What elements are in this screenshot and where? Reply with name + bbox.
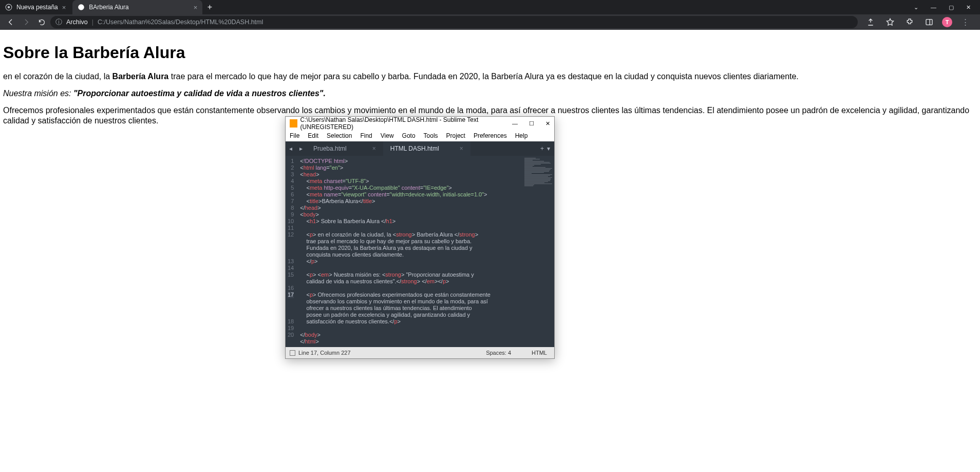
code-area[interactable]: <!DOCTYPE html> <html lang="en"> <head> … [297, 156, 522, 347]
editor-body: 1234567891011121314151617181920 <!DOCTYP… [286, 156, 554, 347]
browser-tab-new[interactable]: Nueva pestaña × [0, 0, 71, 14]
chevron-down-icon[interactable]: ⌄ [914, 4, 918, 11]
window-controls: ⌄ ― ▢ ✕ [904, 0, 980, 14]
paragraph-intro: en el corazón de la ciudad, la Barbería … [3, 71, 977, 81]
tab-title: Nueva pestaña [16, 4, 58, 11]
browser-tab-active[interactable]: BArberia Alura × [72, 0, 202, 14]
url-scheme: Archivo [66, 19, 88, 26]
tab-dropdown-icon[interactable]: ▾ [547, 145, 550, 152]
browser-nav-bar: ⓘ Archivo | C:/Users/Nathan%20Salas/Desk… [0, 14, 980, 30]
editor-tab-prueba[interactable]: Prueba.html × [306, 141, 383, 156]
menu-view[interactable]: View [381, 132, 394, 139]
editor-tab-dash[interactable]: HTML DASH.html × [383, 141, 470, 156]
sidepanel-icon[interactable] [922, 15, 936, 29]
panel-switcher-icon[interactable] [290, 350, 295, 356]
menu-selection[interactable]: Selection [327, 132, 352, 139]
restore-icon[interactable]: ▢ [949, 4, 954, 11]
menu-edit[interactable]: Edit [308, 132, 318, 139]
sublime-menubar: File Edit Selection Find View Goto Tools… [286, 130, 554, 141]
close-icon[interactable]: × [194, 4, 198, 11]
sublime-tabrow: ◂ ▸ Prueba.html × HTML DASH.html × + ▾ [286, 141, 554, 156]
menu-preferences[interactable]: Preferences [474, 132, 507, 139]
page-title: Sobre la Barbería Alura [3, 43, 977, 62]
sublime-logo-icon [290, 119, 297, 128]
new-tab-button[interactable]: + [202, 0, 217, 14]
minimize-icon[interactable]: ― [512, 120, 518, 127]
reload-button[interactable] [35, 15, 48, 29]
menu-icon[interactable]: ⋮ [958, 15, 972, 29]
status-syntax[interactable]: HTML [532, 350, 547, 356]
maximize-icon[interactable]: ☐ [529, 120, 534, 127]
menu-project[interactable]: Project [446, 132, 465, 139]
forward-button[interactable] [20, 15, 33, 29]
nav-right-icon[interactable]: ▸ [296, 141, 306, 156]
svg-rect-3 [926, 20, 932, 25]
menu-goto[interactable]: Goto [402, 132, 416, 139]
close-icon[interactable]: × [372, 145, 376, 152]
line-gutter: 1234567891011121314151617181920 [286, 156, 297, 347]
sublime-window: C:\Users\Nathan Salas\Desktop\HTML DASH.… [285, 116, 555, 359]
menu-find[interactable]: Find [360, 132, 372, 139]
sublime-statusbar: Line 17, Column 227 Spaces: 4 HTML [286, 347, 554, 358]
close-icon[interactable]: ✕ [966, 4, 971, 11]
bookmark-icon[interactable] [883, 15, 897, 29]
close-icon[interactable]: × [460, 145, 463, 152]
close-icon[interactable]: ✕ [545, 120, 550, 127]
page-icon [78, 4, 85, 11]
divider: | [92, 19, 93, 26]
sublime-titlebar[interactable]: C:\Users\Nathan Salas\Desktop\HTML DASH.… [286, 117, 554, 130]
share-icon[interactable] [864, 15, 877, 29]
svg-point-2 [78, 4, 84, 10]
add-tab-icon[interactable]: + [540, 145, 544, 152]
url-path: C:/Users/Nathan%20Salas/Desktop/HTML%20D… [98, 19, 263, 26]
extensions-icon[interactable] [903, 15, 916, 29]
profile-avatar[interactable]: T [942, 17, 952, 27]
paragraph-mission: Nuestra misión es: "Proporcionar autoest… [3, 88, 977, 98]
menu-file[interactable]: File [290, 132, 299, 139]
chrome-icon [5, 4, 12, 11]
menu-help[interactable]: Help [515, 132, 528, 139]
tab-title: BArberia Alura [89, 4, 128, 11]
minimize-icon[interactable]: ― [931, 4, 936, 10]
sublime-title: C:\Users\Nathan Salas\Desktop\HTML DASH.… [300, 116, 512, 131]
menu-tools[interactable]: Tools [424, 132, 438, 139]
address-bar[interactable]: ⓘ Archivo | C:/Users/Nathan%20Salas/Desk… [50, 16, 858, 28]
back-button[interactable] [4, 15, 17, 29]
close-icon[interactable]: × [62, 4, 66, 11]
status-spaces[interactable]: Spaces: 4 [486, 350, 511, 356]
browser-tab-bar: Nueva pestaña × BArberia Alura × + ⌄ ― ▢… [0, 0, 980, 14]
minimap[interactable] [522, 156, 554, 347]
nav-left-icon[interactable]: ◂ [286, 141, 296, 156]
svg-point-1 [8, 6, 10, 9]
info-icon[interactable]: ⓘ [55, 18, 62, 27]
status-cursor: Line 17, Column 227 [298, 350, 351, 356]
